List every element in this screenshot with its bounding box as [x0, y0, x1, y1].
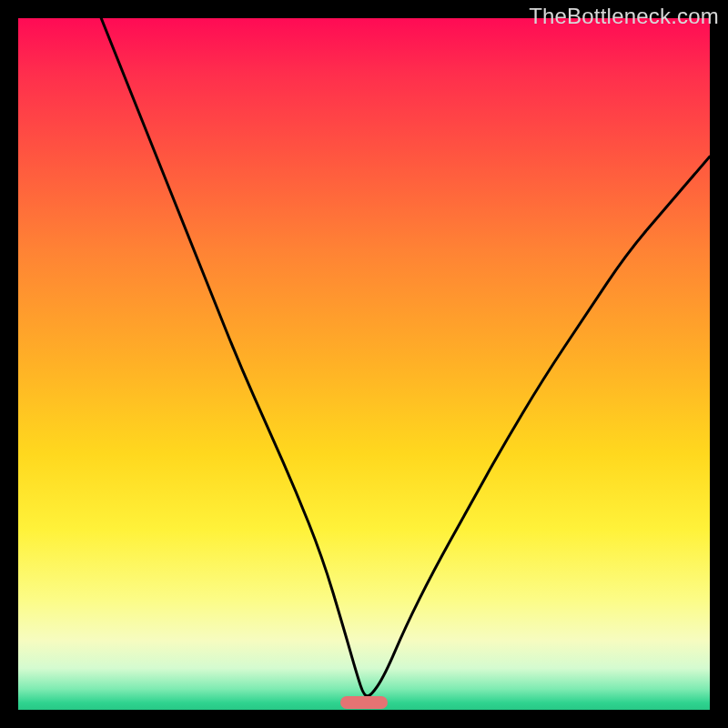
watermark-text: TheBottleneck.com	[529, 4, 719, 29]
minimum-marker	[340, 696, 388, 709]
bottleneck-curve	[18, 18, 710, 710]
chart-frame: TheBottleneck.com	[0, 0, 728, 728]
plot-area	[18, 18, 710, 710]
